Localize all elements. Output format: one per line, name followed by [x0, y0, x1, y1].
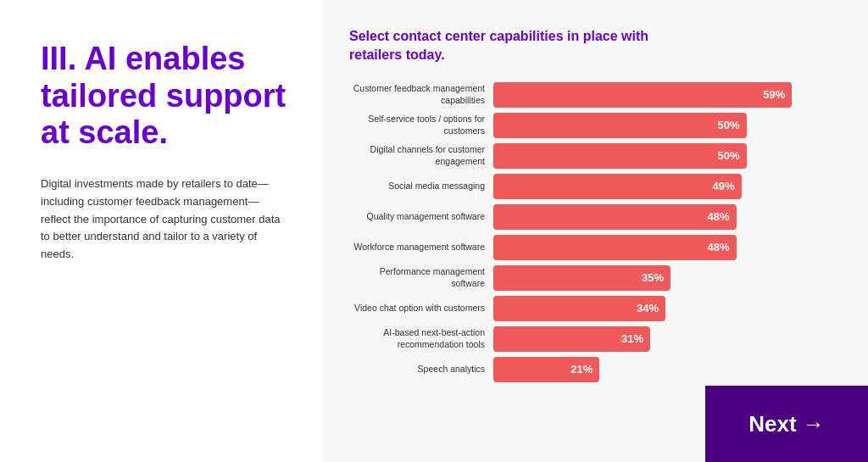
- next-button-label: Next →: [748, 411, 825, 437]
- bar-fill: 50%: [493, 113, 747, 138]
- bar-container: 48%: [493, 235, 848, 260]
- bar-row: Customer feedback management capabilitie…: [349, 82, 848, 108]
- bar-fill: 49%: [493, 174, 742, 199]
- bar-container: 31%: [493, 326, 848, 352]
- bar-value: 35%: [642, 271, 664, 284]
- bar-fill: 34%: [493, 296, 665, 321]
- bar-value: 21%: [570, 363, 593, 376]
- bar-value: 50%: [718, 149, 740, 162]
- bar-row: Self-service tools / options for custome…: [349, 113, 848, 138]
- bar-container: 49%: [493, 174, 848, 199]
- bar-row: Video chat option with customers34%: [349, 296, 848, 321]
- bar-fill: 21%: [493, 357, 599, 382]
- bar-fill: 59%: [493, 82, 792, 108]
- bar-container: 21%: [493, 357, 848, 382]
- bar-label: Quality management software: [349, 211, 485, 223]
- bar-container: 35%: [493, 265, 848, 291]
- bar-fill: 35%: [493, 265, 670, 291]
- bar-value: 59%: [763, 88, 785, 101]
- right-panel: Select contact center capabilities in pl…: [322, 0, 868, 462]
- bar-value: 49%: [713, 180, 735, 192]
- bar-label: Self-service tools / options for custome…: [349, 114, 485, 136]
- bar-label: Performance management software: [349, 266, 485, 289]
- description-text: Digital investments made by retailers to…: [41, 175, 287, 264]
- bar-value: 48%: [708, 210, 730, 223]
- bar-row: Quality management software48%: [349, 204, 848, 230]
- bar-label: Digital channels for customer engagement: [349, 144, 485, 167]
- bar-row: AI-based next-best-action recommendation…: [349, 326, 848, 352]
- bar-row: Social media messaging49%: [349, 174, 848, 199]
- bar-fill: 48%: [493, 235, 737, 260]
- bar-container: 48%: [493, 204, 848, 230]
- bar-label: Video chat option with customers: [349, 303, 485, 314]
- bar-row: Performance management software35%: [349, 265, 848, 291]
- bar-value: 31%: [621, 332, 643, 345]
- left-panel: III. AI enables tailored support at scal…: [0, 0, 322, 462]
- bar-label: Customer feedback management capabilitie…: [349, 83, 485, 106]
- next-button[interactable]: Next →: [705, 386, 868, 462]
- bar-value: 48%: [708, 241, 730, 253]
- bar-container: 59%: [493, 82, 848, 108]
- bar-value: 50%: [718, 119, 740, 131]
- bar-fill: 48%: [493, 204, 737, 230]
- bar-label: Workforce management software: [349, 242, 485, 253]
- chart-title: Select contact center capabilities in pl…: [349, 27, 671, 65]
- bar-row: Workforce management software48%: [349, 235, 848, 260]
- bar-container: 50%: [493, 143, 848, 169]
- bar-row: Digital channels for customer engagement…: [349, 143, 848, 169]
- bar-container: 34%: [493, 296, 848, 321]
- bar-row: Speech analytics21%: [349, 357, 848, 382]
- bar-value: 34%: [637, 302, 659, 314]
- main-title: III. AI enables tailored support at scal…: [41, 41, 288, 152]
- bar-label: Speech analytics: [349, 364, 485, 376]
- bar-label: Social media messaging: [349, 181, 485, 192]
- bar-fill: 50%: [493, 143, 747, 169]
- bar-label: AI-based next-best-action recommendation…: [349, 327, 485, 350]
- bar-fill: 31%: [493, 326, 650, 352]
- bar-container: 50%: [493, 113, 848, 138]
